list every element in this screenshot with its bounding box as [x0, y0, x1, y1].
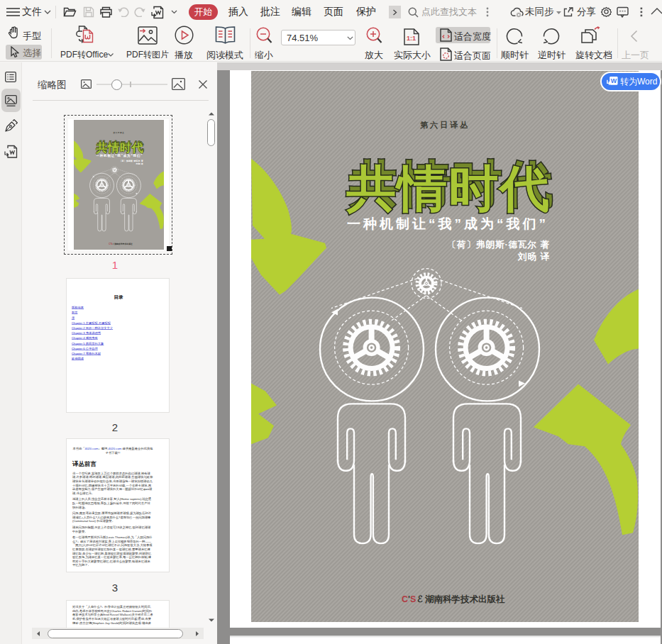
svg-text:1:1: 1:1 — [407, 35, 416, 42]
svg-text:W: W — [611, 77, 617, 84]
